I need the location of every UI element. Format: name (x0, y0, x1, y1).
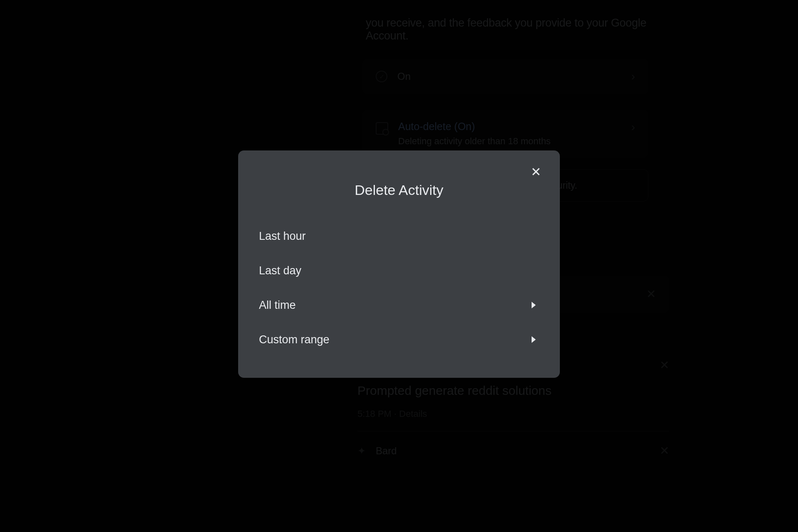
option-label: Last hour (259, 230, 306, 243)
delete-activity-modal: ✕ Delete Activity Last hour Last day All… (238, 150, 560, 378)
option-label: Last day (259, 264, 301, 277)
option-last-hour[interactable]: Last hour (238, 219, 560, 254)
chevron-right-icon (532, 336, 536, 343)
option-last-day[interactable]: Last day (238, 254, 560, 288)
option-label: Custom range (259, 333, 330, 346)
modal-title: Delete Activity (238, 182, 560, 198)
option-all-time[interactable]: All time (238, 288, 560, 323)
chevron-right-icon (532, 302, 536, 308)
modal-overlay[interactable]: ✕ Delete Activity Last hour Last day All… (0, 0, 798, 532)
option-label: All time (259, 299, 296, 312)
modal-close-button[interactable]: ✕ (527, 164, 544, 180)
option-custom-range[interactable]: Custom range (238, 323, 560, 357)
